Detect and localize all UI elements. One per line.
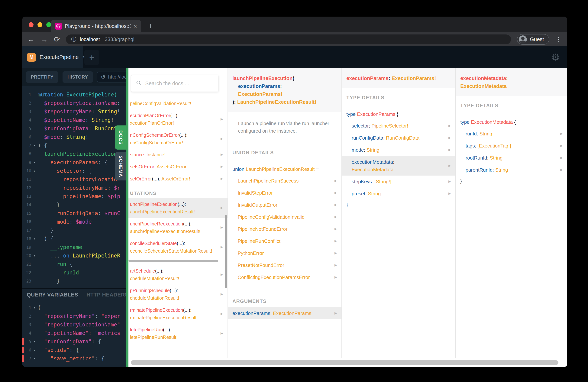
tab-query-variables[interactable]: QUERY VARIABLES	[27, 292, 78, 298]
doc-item[interactable]: PipelineConfigValidationInvalid▶	[228, 211, 341, 223]
history-button[interactable]: HISTORY	[63, 71, 93, 83]
docs-column-scrollbar[interactable]	[225, 215, 227, 288]
doc-item[interactable]: setsOrError: AssetsOrError!▶	[128, 161, 228, 173]
doc-item[interactable]: ConflictingExecutionParamsError▶	[228, 271, 341, 283]
doc-item[interactable]: preset: String▶	[342, 188, 455, 200]
tab-close-icon[interactable]: ×	[133, 23, 137, 29]
code-line[interactable]: 2 "repositoryName": "exper	[22, 312, 126, 320]
address-bar[interactable]: ⓘ localhost:3333/graphql	[66, 35, 511, 44]
fold-icon[interactable]: ▾	[31, 303, 38, 312]
doc-item[interactable]: pelineConfigValidationResult!	[128, 97, 228, 109]
forward-icon[interactable]: →	[41, 36, 48, 43]
code-line[interactable]: 9▾ executionParams: {	[22, 158, 126, 167]
code-line[interactable]: 7▾ "save_metrics": {	[22, 354, 126, 363]
code-line[interactable]: 8 launchPipelineExecution(	[22, 150, 126, 158]
doc-item[interactable]: tags: [ExecutionTag!]▶	[456, 140, 567, 152]
fold-icon[interactable]: ▾	[31, 252, 38, 260]
code-line[interactable]: 23 }	[22, 277, 126, 284]
code-line[interactable]: 16 mode: $mode	[22, 217, 126, 226]
doc-item[interactable]: stance: Instance!▶	[128, 149, 228, 161]
fold-icon[interactable]: ▾	[31, 141, 38, 150]
doc-item[interactable]: setOrError(...): AssetOrError!▶	[128, 173, 228, 185]
code-line[interactable]: 21 run {	[22, 260, 126, 268]
code-line[interactable]: 2 $repositoryLocationName:	[22, 99, 126, 107]
doc-item[interactable]: stepKeys: [String!]▶	[342, 175, 455, 188]
code-line[interactable]: 7▾) {	[22, 141, 126, 150]
doc-item[interactable]: LaunchPipelineRunSuccess▶	[228, 175, 341, 187]
code-line[interactable]: 15 runConfigData: $runC	[22, 209, 126, 217]
code-line[interactable]: 13 pipelineName: $pip	[22, 192, 126, 201]
fold-icon[interactable]: ▾	[31, 158, 38, 167]
reload-schema-icon[interactable]: ↺	[101, 74, 105, 80]
query-editor[interactable]: 1mutation ExecutePipeline(2 $repositoryL…	[22, 86, 126, 284]
horizontal-scrollbar-thumb[interactable]	[128, 260, 218, 262]
doc-item[interactable]: PythonError▶	[228, 247, 341, 259]
code-line[interactable]: 3 "repositoryLocationName"	[22, 320, 126, 329]
doc-item[interactable]: runId: String▶	[456, 128, 567, 140]
code-line[interactable]: 14 }	[22, 201, 126, 209]
code-line[interactable]: 1mutation ExecutePipeline(	[22, 90, 126, 99]
close-window-button[interactable]	[29, 22, 34, 27]
fold-icon[interactable]: ▾	[31, 354, 38, 363]
code-line[interactable]: 5 $runConfigData: RunConfigData	[22, 124, 126, 133]
code-line[interactable]: 5▾ "runConfigData": {	[22, 337, 126, 346]
fold-icon[interactable]: ▾	[31, 346, 38, 354]
settings-gear-icon[interactable]: ⚙	[551, 52, 560, 63]
code-line[interactable]: 19 __typename	[22, 243, 126, 252]
code-line[interactable]: 4 "pipelineName": "metrics	[22, 329, 126, 337]
prettify-button[interactable]: PRETTIFY	[26, 71, 58, 83]
code-line[interactable]: 6 $mode: String!	[22, 133, 126, 141]
code-line[interactable]: 17 }	[22, 226, 126, 234]
doc-item[interactable]: ecutionPlanOrError(...):xecutionPlanOrEr…	[128, 109, 228, 129]
doc-item[interactable]: rminatePipelineExecution(...):rminatePip…	[128, 304, 228, 324]
browser-menu-icon[interactable]: ⋮	[555, 35, 562, 43]
doc-item[interactable]: unchPipelineExecution(...):aunchPipeline…	[128, 198, 228, 218]
code-line[interactable]: 1▾{	[22, 303, 126, 312]
playground-new-tab-button[interactable]: +	[84, 50, 99, 65]
doc-item[interactable]: letePipelineRun(...):letePipelineRunResu…	[128, 324, 228, 343]
query-variables-editor[interactable]: 1▾{2 "repositoryName": "exper3 "reposito…	[22, 301, 126, 367]
back-icon[interactable]: ←	[27, 36, 35, 43]
site-info-icon[interactable]: ⓘ	[71, 36, 77, 43]
minimize-window-button[interactable]	[38, 22, 42, 27]
tab-schema[interactable]: SCHEMA	[115, 152, 126, 180]
code-line[interactable]: 4 $pipelineName: String!	[22, 116, 126, 124]
doc-item[interactable]: executionParams: ExecutionParams!▶	[228, 307, 341, 319]
code-line[interactable]: 18▾ ) {	[22, 234, 126, 243]
doc-item[interactable]: PresetNotFoundError▶	[228, 259, 341, 271]
doc-item[interactable]: InvalidOutputError▶	[228, 199, 341, 211]
zoom-window-button[interactable]	[46, 22, 51, 27]
doc-item[interactable]: executionMetadata:ExecutionMetadata▶	[342, 156, 455, 175]
endpoint-url-input[interactable]: ↺ http://loc	[97, 72, 126, 83]
doc-item[interactable]: rootRunId: String▶	[456, 152, 567, 164]
docs-search-input[interactable]	[145, 81, 214, 86]
code-line[interactable]: 20▾ ... on LaunchPipelineR	[22, 252, 126, 260]
profile-button[interactable]: Guest	[517, 34, 549, 45]
fold-icon[interactable]: ▾	[31, 167, 38, 175]
doc-item[interactable]: artSchedule(...):cheduleMutationResult!▶	[128, 265, 228, 284]
fold-icon[interactable]: ▾	[31, 234, 38, 243]
doc-item[interactable]: parentRunId: String▶	[456, 164, 567, 176]
doc-item[interactable]: mode: String▶	[342, 144, 455, 156]
fold-icon[interactable]: ▾	[31, 337, 38, 346]
docs-horizontal-scrollbar-thumb[interactable]	[131, 360, 558, 365]
code-line[interactable]: 6▾ "solids": {	[22, 346, 126, 354]
code-line[interactable]: 12 repositoryName: $r	[22, 184, 126, 192]
code-line[interactable]: 3 $repositoryName: String!	[22, 107, 126, 116]
browser-tab[interactable]: Playground - http://localhost:3 ×	[51, 20, 141, 32]
code-line[interactable]: 10▾ selector: {	[22, 167, 126, 175]
doc-item[interactable]: nConfigSchemaOrError(...):unConfigSchema…	[128, 129, 228, 149]
docs-search-box[interactable]	[131, 75, 218, 92]
doc-item[interactable]: pRunningSchedule(...):cheduleMutationRes…	[128, 284, 228, 304]
tab-docs[interactable]: DOCS	[115, 126, 126, 149]
playground-tab[interactable]: M ExecutePipeline ×	[22, 46, 83, 68]
code-line[interactable]: 11 repositoryLocatio	[22, 175, 126, 184]
doc-item[interactable]: selector: PipelineSelector!▶	[342, 120, 455, 132]
new-tab-button[interactable]: +	[148, 21, 153, 31]
doc-item[interactable]: unchPipelineReexecution(...):aunchPipeli…	[128, 218, 228, 237]
doc-item[interactable]: PipelineNotFoundError▶	[228, 223, 341, 235]
doc-item[interactable]: PipelineRunConflict▶	[228, 235, 341, 247]
reload-icon[interactable]: ⟳	[54, 36, 60, 43]
doc-item[interactable]: runConfigData: RunConfigData▶	[342, 132, 455, 144]
doc-item[interactable]: InvalidStepError▶	[228, 187, 341, 199]
